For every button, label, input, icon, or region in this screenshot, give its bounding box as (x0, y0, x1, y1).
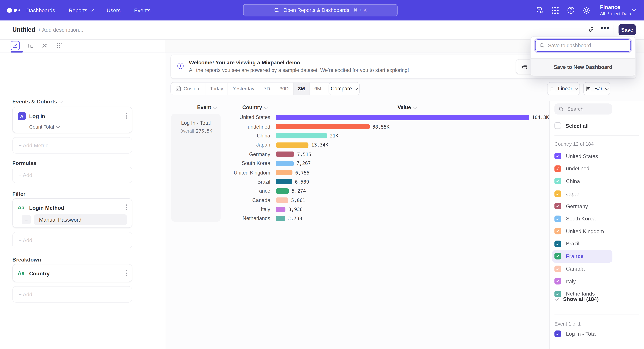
nav-users[interactable]: Users (107, 7, 120, 13)
report-title[interactable]: Untitled (12, 26, 35, 33)
metric-kebab-icon[interactable] (126, 113, 127, 118)
save-dashboard-search-input[interactable] (535, 39, 631, 52)
country-item-undefined[interactable]: ✓undefined (552, 162, 612, 175)
date-today[interactable]: Today (206, 82, 228, 95)
bar-segment[interactable] (276, 197, 288, 203)
project-switcher[interactable]: Finance All Project Data (600, 4, 631, 17)
country-item-canada[interactable]: ✓Canada (552, 263, 612, 275)
bar-category-label: France (166, 188, 270, 194)
compare-button[interactable]: Compare (328, 82, 360, 95)
column-header-country[interactable]: Country (242, 105, 267, 110)
metric-card-log-in[interactable]: A Log In Count Total (12, 107, 132, 133)
event-group-label: Event 1 of 1 (554, 321, 581, 327)
select-all-row[interactable]: – Select all (554, 122, 589, 129)
checkbox-checked-icon[interactable]: ✓ (554, 153, 561, 159)
country-item-italy[interactable]: ✓Italy (552, 275, 612, 288)
settings-gear-icon[interactable] (582, 6, 590, 14)
country-item-china[interactable]: ✓China (552, 175, 612, 187)
bar-segment[interactable] (276, 179, 292, 185)
country-item-united-kingdom[interactable]: ✓United Kingdom (552, 225, 612, 238)
more-actions-icon[interactable]: ••• (601, 24, 610, 31)
country-item-united-states[interactable]: ✓United States (552, 150, 612, 162)
checkbox-checked-icon[interactable]: ✓ (554, 266, 561, 272)
bar-segment[interactable] (276, 152, 294, 157)
add-filter-button[interactable]: + Add (12, 232, 132, 248)
date-7d[interactable]: 7D (259, 82, 275, 95)
tab-insights[interactable] (11, 41, 20, 50)
copy-link-icon[interactable] (588, 26, 595, 33)
add-description-field[interactable]: + Add description... (38, 27, 83, 33)
nav-dashboards[interactable]: Dashboards (26, 7, 55, 13)
help-icon[interactable] (566, 6, 575, 14)
filter-property-name[interactable]: Login Method (29, 205, 64, 211)
bar-segment[interactable] (276, 133, 327, 139)
metric-name[interactable]: Log In (29, 113, 45, 119)
tab-funnels[interactable] (26, 41, 34, 50)
date-yesterday[interactable]: Yesterday (228, 82, 259, 95)
bar-segment[interactable] (276, 207, 286, 212)
checkbox-checked-icon[interactable]: ✓ (554, 178, 561, 184)
mixpanel-logo-icon[interactable] (7, 8, 20, 13)
show-all-button[interactable]: Show all (184) (555, 296, 599, 302)
metric-aggregation[interactable]: Count Total (29, 124, 59, 130)
filter-value[interactable]: Manual Password (34, 214, 127, 225)
checkbox-checked-icon[interactable]: ✓ (554, 165, 561, 172)
tab-flows[interactable] (40, 41, 49, 50)
checkbox-checked-icon[interactable]: ✓ (554, 190, 561, 197)
bar-segment[interactable] (276, 170, 292, 175)
chart-type-dropdown[interactable]: Bar (583, 82, 610, 95)
data-management-icon[interactable] (535, 6, 544, 14)
nav-label: Events (134, 7, 150, 13)
global-search-button[interactable]: Open Reports & Dashboards ⌘ + K (243, 4, 398, 16)
country-item-france[interactable]: ✓France (552, 250, 612, 263)
country-item-south-korea[interactable]: ✓South Korea (552, 212, 612, 225)
checkbox-checked-icon[interactable]: ✓ (554, 215, 561, 222)
checkbox-checked-icon[interactable]: ✓ (554, 240, 561, 247)
filter-kebab-icon[interactable] (126, 205, 127, 210)
add-formula-button[interactable]: + Add (12, 167, 132, 183)
country-item-japan[interactable]: ✓Japan (552, 187, 612, 200)
event-item-log-in-total[interactable]: ✓ Log In - Total (554, 331, 597, 337)
checkbox-checked-icon[interactable]: ✓ (554, 228, 561, 235)
nav-reports[interactable]: Reports (68, 7, 93, 13)
calendar-icon (176, 86, 181, 91)
date-30d[interactable]: 30D (275, 82, 294, 95)
event-item-checkbox[interactable]: ✓ (554, 331, 561, 337)
bar-segment[interactable] (276, 142, 308, 148)
checkbox-checked-icon[interactable]: ✓ (554, 203, 561, 209)
add-breakdown-button[interactable]: + Add (12, 286, 132, 303)
checkbox-indeterminate-icon[interactable]: – (554, 122, 561, 129)
project-chevron-down-icon[interactable] (632, 7, 636, 11)
events-cohorts-header[interactable]: Events & Cohorts (12, 99, 63, 105)
add-metric-button[interactable]: + Add Metric (12, 137, 132, 154)
date-custom[interactable]: Custom (171, 82, 206, 95)
breakdown-property-name[interactable]: Country (29, 271, 50, 277)
column-header-value[interactable]: Value (398, 105, 416, 110)
column-header-event[interactable]: Event (197, 105, 216, 110)
checkbox-checked-icon[interactable]: ✓ (554, 253, 561, 260)
filter-card-login-method[interactable]: Aa Login Method = Manual Password (12, 198, 132, 228)
date-6m[interactable]: 6M (310, 82, 326, 95)
bar-segment[interactable] (276, 161, 294, 166)
tab-retention[interactable] (55, 41, 64, 50)
bar-segment[interactable] (276, 115, 529, 120)
filter-operator[interactable]: = (22, 215, 31, 224)
bar-segment[interactable] (276, 188, 289, 194)
bar-chart-icon (585, 86, 592, 92)
apps-grid-icon[interactable] (551, 6, 559, 14)
segment-search-input[interactable]: Search (554, 103, 612, 114)
breakdown-kebab-icon[interactable] (126, 270, 127, 276)
event-item-label: Log In - Total (566, 331, 597, 337)
save-to-new-dashboard-button[interactable]: Save to New Dashboard (531, 58, 635, 76)
country-item-brazil[interactable]: ✓Brazil (552, 238, 612, 250)
breakdown-card-country[interactable]: Aa Country (12, 264, 132, 282)
mixpanel-insights-report: DashboardsReportsUsersEvents Open Report… (0, 0, 644, 349)
value-mode-dropdown[interactable]: Linear (547, 82, 580, 95)
country-item-germany[interactable]: ✓Germany (552, 200, 612, 213)
date-3m[interactable]: 3M (294, 82, 310, 95)
bar-segment[interactable] (276, 124, 370, 129)
save-button[interactable]: Save (618, 24, 636, 35)
bar-segment[interactable] (276, 216, 285, 221)
nav-events[interactable]: Events (134, 7, 150, 13)
checkbox-checked-icon[interactable]: ✓ (554, 278, 561, 285)
